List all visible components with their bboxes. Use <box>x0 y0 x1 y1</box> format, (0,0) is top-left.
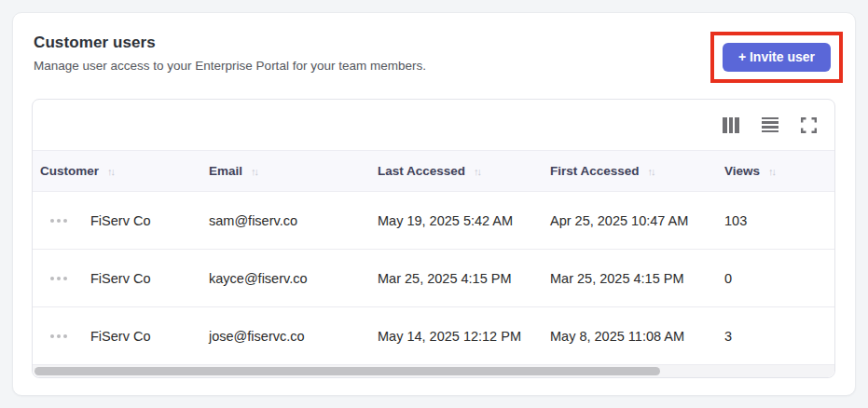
invite-user-button[interactable]: + Invite user <box>723 43 831 72</box>
column-header-customer[interactable]: Customer ↑↓ <box>33 164 209 178</box>
cell-customer: FiServ Co <box>90 213 209 228</box>
row-actions-icon[interactable] <box>33 334 90 338</box>
columns-icon[interactable] <box>723 117 739 133</box>
column-header-views[interactable]: Views ↑↓ <box>724 164 834 178</box>
table-header-row: Customer ↑↓ Email ↑↓ Last Accessed ↑↓ Fi… <box>33 150 834 192</box>
sort-icon[interactable]: ↑↓ <box>648 166 654 177</box>
table-toolbar <box>33 100 834 150</box>
column-header-email[interactable]: Email ↑↓ <box>209 164 378 178</box>
cell-email: jose@fiservc.co <box>209 329 378 344</box>
cell-customer: FiServ Co <box>90 329 209 344</box>
column-header-first-accessed[interactable]: First Accessed ↑↓ <box>550 164 724 178</box>
cell-last-accessed: Mar 25, 2025 4:15 PM <box>378 271 550 286</box>
users-table-card: Customer ↑↓ Email ↑↓ Last Accessed ↑↓ Fi… <box>32 99 835 378</box>
table-row: FiServ Co jose@fiservc.co May 14, 2025 1… <box>33 307 834 365</box>
column-header-last-accessed[interactable]: Last Accessed ↑↓ <box>378 164 550 178</box>
table-row: FiServ Co sam@fiserv.co May 19, 2025 5:4… <box>33 192 834 250</box>
cell-email: sam@fiserv.co <box>209 213 378 228</box>
cell-first-accessed: Mar 25, 2025 4:15 PM <box>550 271 724 286</box>
cell-views: 0 <box>724 271 834 286</box>
cell-last-accessed: May 14, 2025 12:12 PM <box>378 329 550 344</box>
cell-first-accessed: Apr 25, 2025 10:47 AM <box>550 213 724 228</box>
fullscreen-icon[interactable] <box>801 117 818 133</box>
horizontal-scrollbar[interactable] <box>33 365 834 377</box>
sort-icon[interactable]: ↑↓ <box>107 166 114 177</box>
cell-last-accessed: May 19, 2025 5:42 AM <box>378 213 550 228</box>
table-row: FiServ Co kayce@fiserv.co Mar 25, 2025 4… <box>33 250 834 307</box>
cell-email: kayce@fiserv.co <box>209 271 378 286</box>
cell-views: 3 <box>724 329 834 344</box>
annotation-highlight-box: + Invite user <box>710 32 843 83</box>
cell-customer: FiServ Co <box>90 271 209 286</box>
sort-icon[interactable]: ↑↓ <box>251 166 257 177</box>
horizontal-scrollbar-thumb[interactable] <box>34 367 660 375</box>
cell-first-accessed: May 8, 2025 11:08 AM <box>550 329 724 344</box>
row-actions-icon[interactable] <box>33 219 90 223</box>
sort-icon[interactable]: ↑↓ <box>768 166 775 177</box>
density-icon[interactable] <box>762 117 778 133</box>
cell-views: 103 <box>724 213 834 228</box>
sort-icon[interactable]: ↑↓ <box>474 166 480 177</box>
customer-users-card: Customer users Manage user access to you… <box>12 12 856 396</box>
row-actions-icon[interactable] <box>33 277 90 280</box>
